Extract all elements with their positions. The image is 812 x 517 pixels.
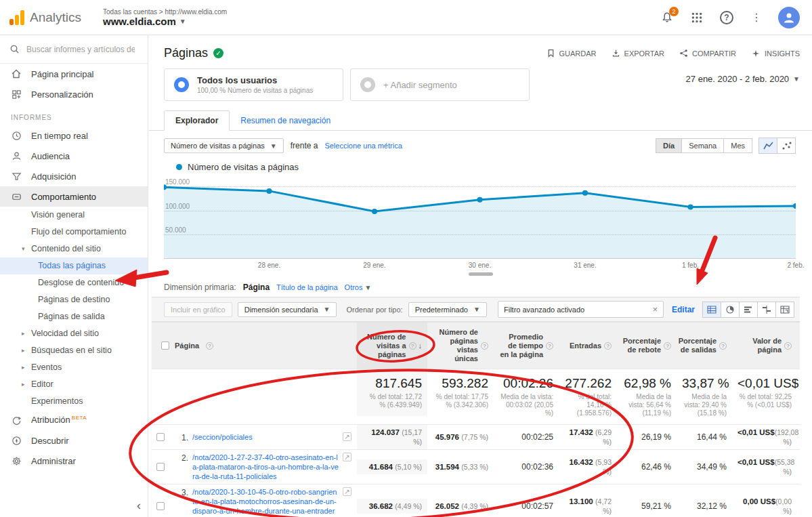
sidebar-item-customization[interactable]: Personalización xyxy=(0,84,148,104)
column-header-avg-time[interactable]: Promedio de tiempo en la página? xyxy=(494,323,559,369)
plot-rows-button[interactable]: Incluir en gráfico xyxy=(164,302,232,317)
share-button[interactable]: COMPARTIR xyxy=(679,49,736,58)
motion-chart-mode-button[interactable] xyxy=(777,138,796,154)
row-checkbox[interactable] xyxy=(156,433,165,441)
sidebar-search[interactable] xyxy=(0,35,148,64)
page-link[interactable]: /nota/2020-1-30-10-45-0-otro-robo-sangri… xyxy=(192,487,339,517)
column-header-bounce-rate[interactable]: Porcentaje de rebote? xyxy=(617,323,677,369)
sidebar-collapse-button[interactable]: ‹ xyxy=(137,499,141,513)
total-value: <0,01 US$ xyxy=(738,376,792,391)
chevron-right-icon: ▸ xyxy=(22,346,25,356)
page-link[interactable]: /nota/2020-1-27-2-37-40-otro-asesinato-e… xyxy=(192,453,339,481)
sidebar-item-admin[interactable]: Administrar xyxy=(0,451,148,471)
clock-icon xyxy=(11,131,22,141)
dimension-page-title[interactable]: Título de la página xyxy=(276,283,338,291)
tab-explorer[interactable]: Explorador xyxy=(164,110,230,131)
sidebar-item-events[interactable]: ▸Eventos xyxy=(0,359,148,376)
total-bounce: 62,98 % xyxy=(622,376,671,391)
view-performance-button[interactable] xyxy=(739,302,758,318)
view-comparison-button[interactable] xyxy=(757,302,776,318)
sidebar-item-discover[interactable]: Descubrir xyxy=(0,430,148,451)
overflow-menu-button[interactable]: ⋮ xyxy=(748,9,765,26)
sidebar-item-home[interactable]: Página principal xyxy=(0,64,148,84)
sidebar-item-landing-pages[interactable]: Páginas de destino xyxy=(0,291,148,308)
avatar[interactable] xyxy=(778,7,800,28)
total-exit-sub: Media de la vista: 29,40 % (15,18 %) xyxy=(682,393,727,417)
row-checkbox[interactable] xyxy=(156,502,165,510)
dimension-others[interactable]: Otros ▼ xyxy=(345,283,372,291)
analytics-logo-icon xyxy=(9,10,24,25)
column-header-exit-rate[interactable]: Porcentaje de salidas? xyxy=(677,323,732,369)
notifications-button[interactable]: 2 xyxy=(659,9,675,26)
share-label: COMPARTIR xyxy=(692,49,736,58)
help-icon: ? xyxy=(784,342,792,350)
row-index: 1. xyxy=(175,432,188,442)
line-chart-mode-button[interactable] xyxy=(758,138,777,154)
external-link-icon[interactable]: ↗ xyxy=(343,432,351,441)
search-input[interactable] xyxy=(26,45,135,54)
sidebar-item-audience[interactable]: Audiencia xyxy=(0,146,148,166)
help-button[interactable]: ? xyxy=(719,9,735,26)
chevron-right-icon: ▸ xyxy=(22,363,25,373)
sidebar-item-publisher[interactable]: ▸Editor xyxy=(0,376,148,393)
metric-select-dropdown[interactable]: Número de visitas a páginas ▼ xyxy=(164,138,284,153)
sidebar-item-realtime[interactable]: En tiempo real xyxy=(0,125,148,146)
sidebar-item-behavior-flow[interactable]: Flujo del comportamiento xyxy=(0,224,148,241)
chevron-down-icon: ▼ xyxy=(270,142,277,150)
column-header-page-value[interactable]: Valor de página? xyxy=(732,323,800,369)
sidebar-item-site-content[interactable]: ▾Contenido del sitio xyxy=(0,241,148,257)
sidebar-item-acquisition[interactable]: Adquisición xyxy=(0,166,148,186)
sidebar-item-exit-pages[interactable]: Páginas de salida xyxy=(0,308,148,325)
sort-type-dropdown[interactable]: Predeterminado ▼ xyxy=(408,302,487,317)
select-all-checkbox[interactable] xyxy=(161,342,169,350)
segment-all-users[interactable]: Todos los usuarios 100,00 % Número de vi… xyxy=(164,68,343,101)
tab-navigation-summary[interactable]: Resumen de navegación xyxy=(230,111,341,130)
sidebar-item-site-speed[interactable]: ▸Velocidad del sitio xyxy=(0,325,148,342)
table-header-row: Página? Número de visitas a páginas?↓ Nú… xyxy=(152,322,800,369)
sidebar-item-behavior[interactable]: Comportamiento xyxy=(0,186,148,207)
analytics-brand[interactable]: Analytics xyxy=(0,10,93,25)
export-button[interactable]: EXPORTAR xyxy=(612,49,665,58)
view-pivot-button[interactable] xyxy=(775,302,794,318)
cell-views: 41.684 xyxy=(369,463,393,471)
cell-bounce: 59,21 % xyxy=(641,501,671,511)
row-checkbox[interactable] xyxy=(156,463,165,471)
total-unique: 593.282 xyxy=(433,376,488,391)
view-percentage-button[interactable] xyxy=(721,302,740,318)
external-link-icon[interactable]: ↗ xyxy=(343,487,351,496)
column-header-pageviews[interactable]: Número de visitas a páginas?↓ xyxy=(357,323,427,369)
page-link[interactable]: /seccion/policiales xyxy=(192,432,253,442)
column-header-unique-pageviews[interactable]: Número de páginas vistas únicas? xyxy=(427,323,494,369)
sidebar-item-attribution[interactable]: AtribuciónBETA xyxy=(0,410,148,430)
help-icon: ? xyxy=(719,342,727,350)
insights-button[interactable]: INSIGHTS xyxy=(751,49,800,58)
sidebar-item-experiments[interactable]: Experimentos xyxy=(0,393,148,410)
column-header-page[interactable]: Página? xyxy=(169,323,357,369)
chart-pan-handle[interactable] xyxy=(469,272,493,276)
dimension-page[interactable]: Página xyxy=(243,283,270,292)
pageviews-line-chart[interactable]: 150.000100.00050.000 xyxy=(164,179,796,259)
save-button[interactable]: GUARDAR xyxy=(547,49,597,58)
customization-icon xyxy=(11,89,22,100)
sidebar-item-label: Descubrir xyxy=(31,436,69,446)
close-icon[interactable]: × xyxy=(652,304,658,314)
sidebar-item-site-search[interactable]: ▸Búsquedas en el sitio xyxy=(0,342,148,359)
add-segment-button[interactable]: + Añadir segmento xyxy=(350,68,530,101)
property-selector[interactable]: www.eldia.com ▼ xyxy=(103,16,227,27)
view-table-button[interactable] xyxy=(702,302,721,318)
granularity-week-button[interactable]: Semana xyxy=(681,138,724,153)
secondary-dimension-dropdown[interactable]: Dimensión secundaria ▼ xyxy=(238,302,337,317)
sidebar-item-all-pages[interactable]: Todas las páginas xyxy=(0,257,148,274)
date-range-selector[interactable]: 27 ene. 2020 - 2 feb. 2020 ▼ xyxy=(686,68,800,84)
sidebar-item-content-drilldown[interactable]: Desglose de contenido xyxy=(0,274,148,291)
apps-grid-button[interactable] xyxy=(689,9,705,26)
sidebar-item-behavior-overview[interactable]: Visión general xyxy=(0,207,148,224)
external-link-icon[interactable]: ↗ xyxy=(343,453,351,461)
select-metric-link[interactable]: Seleccione una métrica xyxy=(324,142,402,150)
column-header-entrances[interactable]: Entradas? xyxy=(559,323,617,369)
breadcrumb[interactable]: Todas las cuentas > http://www.eldia.com xyxy=(103,8,227,16)
granularity-day-button[interactable]: Día xyxy=(656,138,682,153)
advanced-filter-chip[interactable]: Filtro avanzado activado × xyxy=(498,301,664,318)
edit-filter-link[interactable]: Editar xyxy=(672,305,695,314)
granularity-month-button[interactable]: Mes xyxy=(723,138,752,153)
